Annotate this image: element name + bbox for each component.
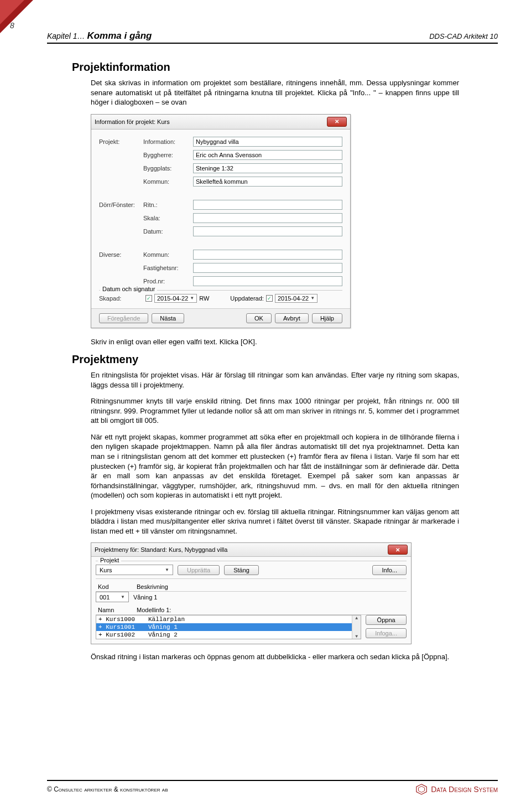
page-number: 8: [10, 21, 14, 30]
information-input[interactable]: [193, 137, 342, 147]
modell-column-header: Modellinfo 1:: [137, 607, 171, 613]
paragraph: Ritningsnummer knyts till varje enskild …: [91, 396, 459, 426]
projekt-group-label: Projekt:: [99, 138, 143, 145]
ritn-input[interactable]: [193, 200, 342, 210]
field-label: Information:: [143, 138, 193, 145]
list-item[interactable]: + Kurs1002Våning 2: [96, 631, 352, 639]
chevron-down-icon: ▼: [310, 296, 315, 301]
field-label: Skala:: [143, 215, 193, 221]
corner-decoration: [0, 0, 33, 33]
dds-logo-icon: [415, 783, 428, 795]
uppdaterad-label: Uppdaterad:: [230, 295, 264, 302]
uppratta-button[interactable]: Upprätta: [178, 565, 220, 575]
cancel-button[interactable]: Avbryt: [275, 313, 309, 323]
next-button[interactable]: Nästa: [152, 313, 184, 323]
project-select[interactable]: Kurs▼: [96, 565, 173, 575]
chapter-title: Komma i gång: [87, 30, 152, 41]
oppna-button[interactable]: Öppna: [366, 615, 407, 625]
field-label: Byggherre:: [143, 152, 193, 158]
field-label: Ritn.:: [143, 201, 193, 208]
help-button[interactable]: Hjälp: [312, 313, 342, 323]
field-label: Fastighetsnr:: [143, 265, 193, 271]
chevron-down-icon: ▼: [121, 594, 125, 599]
skapad-sign: RW: [199, 295, 209, 302]
field-label: Kommun:: [143, 251, 193, 258]
svg-marker-3: [419, 787, 425, 793]
uppdaterad-date-picker[interactable]: 2015-04-22▼: [275, 294, 317, 303]
intro-paragraph: Det ska skrivas in information om projek…: [91, 78, 459, 107]
field-label: Kommun:: [143, 178, 193, 185]
close-icon[interactable]: ✕: [327, 117, 347, 127]
projekt-group-label: Projekt: [98, 557, 121, 563]
prodnr-input[interactable]: [193, 276, 342, 286]
page-header: Kapitel 1… Komma i gång DDS-CAD Arkitekt…: [47, 30, 498, 44]
byggherre-input[interactable]: [193, 150, 342, 160]
byggplats-input[interactable]: [193, 163, 342, 173]
dorr-group-label: Dörr/Fönster:: [99, 201, 143, 208]
dialog-title: Information för projekt: Kurs: [95, 118, 170, 125]
field-label: Datum:: [143, 228, 193, 235]
svg-marker-2: [417, 784, 426, 794]
product-name: DDS-CAD Arkitekt 10: [429, 32, 498, 40]
skapad-checkbox[interactable]: ✓: [145, 295, 152, 302]
projektmeny-dialog: Projektmeny för: Standard: Kurs, Nybyggn…: [91, 542, 412, 644]
previous-button[interactable]: Föregående: [99, 313, 148, 323]
list-item[interactable]: + Kurs1000Källarplan: [96, 616, 352, 623]
fastighetsnr-input[interactable]: [193, 263, 342, 273]
skala-input[interactable]: [193, 213, 342, 223]
close-icon[interactable]: ✕: [388, 545, 408, 555]
paragraph: När ett nytt projekt skapas, kommer prog…: [91, 432, 459, 500]
diverse-group-label: Diverse:: [99, 251, 143, 258]
chevron-down-icon: ▼: [190, 296, 194, 301]
datum-input[interactable]: [193, 226, 342, 236]
project-info-dialog: Information för projekt: Kurs ✕ Projekt:…: [91, 114, 351, 328]
copyright-text: © Consultec arkitekter & konstruktörer a…: [47, 785, 168, 793]
stang-button[interactable]: Stäng: [224, 565, 259, 575]
section-heading-projektmeny: Projektmeny: [72, 353, 459, 366]
info-button[interactable]: Info...: [372, 565, 407, 575]
field-label: Prod.nr:: [143, 278, 193, 285]
kommun-input[interactable]: [193, 177, 342, 187]
skapad-date-picker[interactable]: 2015-04-22▼: [154, 294, 197, 303]
paragraph: I projektmeny visas existerande ritninga…: [91, 507, 459, 536]
list-item[interactable]: + Kurs1001Våning 1: [96, 623, 352, 631]
kod-column-header: Kod: [98, 583, 137, 590]
namn-column-header: Namn: [98, 607, 137, 613]
page-footer: © Consultec arkitekter & konstruktörer a…: [47, 780, 498, 795]
uppdaterad-checkbox[interactable]: ✓: [266, 295, 273, 302]
field-label: Byggplats:: [143, 165, 193, 172]
section-heading-projektinformation: Projektinformation: [72, 61, 459, 74]
beskrivning-column-header: Beskrivning: [137, 583, 168, 590]
company-name: Data Design System: [431, 785, 498, 794]
beskrivning-value: Våning 1: [133, 594, 157, 601]
scrollbar[interactable]: ▲▼: [352, 616, 361, 639]
instruction-text: Önskad ritning i listan markeras och öpp…: [91, 652, 459, 662]
kod-select[interactable]: 001▼: [96, 592, 129, 602]
skapad-label: Skapad:: [99, 295, 143, 302]
ok-button[interactable]: OK: [246, 313, 272, 323]
infoga-button[interactable]: Infoga...: [366, 628, 407, 638]
signature-group-label: Datum och signatur: [100, 286, 157, 292]
instruction-text: Skriv in enligt ovan eller egen valfri t…: [91, 337, 459, 347]
div-kommun-input[interactable]: [193, 250, 342, 260]
chevron-down-icon: ▼: [355, 634, 358, 639]
dialog-title: Projektmeny för: Standard: Kurs, Nybyggn…: [95, 546, 227, 553]
chevron-up-icon: ▲: [355, 616, 358, 620]
paragraph: En ritningslista för projektet visas. Hä…: [91, 370, 459, 390]
chapter-label: Kapitel 1…: [47, 32, 85, 40]
chevron-down-icon: ▼: [165, 567, 169, 572]
